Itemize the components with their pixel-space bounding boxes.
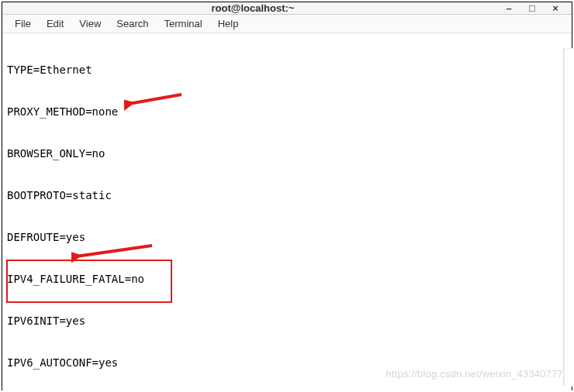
- menu-help[interactable]: Help: [210, 15, 247, 33]
- config-line: BROWSER_ONLY=no: [7, 146, 567, 160]
- config-line: PROXY_METHOD=none: [7, 105, 567, 119]
- close-button[interactable]: ×: [550, 3, 561, 14]
- highlight-box-annotation: [6, 260, 172, 303]
- config-line: IPV6INIT=yes: [7, 314, 567, 328]
- scrollbar-vertical[interactable]: [563, 48, 574, 386]
- menu-view[interactable]: View: [71, 15, 109, 33]
- minimize-button[interactable]: –: [503, 3, 514, 14]
- titlebar: root@localhost:~ – □ ×: [2, 2, 572, 15]
- menu-terminal[interactable]: Terminal: [157, 15, 210, 33]
- config-line: BOOTPROTO=static: [7, 188, 567, 202]
- terminal-viewport[interactable]: TYPE=Ethernet PROXY_METHOD=none BROWSER_…: [2, 33, 572, 392]
- menu-file[interactable]: File: [7, 15, 39, 33]
- config-line: TYPE=Ethernet: [7, 63, 567, 77]
- window-controls: – □ ×: [503, 3, 572, 14]
- scrollbar-thumb[interactable]: [565, 49, 574, 387]
- window-title: root@localhost:~: [2, 2, 503, 14]
- menu-search[interactable]: Search: [109, 15, 156, 33]
- config-line: DEFROUTE=yes: [7, 230, 567, 244]
- menu-edit[interactable]: Edit: [39, 15, 71, 33]
- terminal-window: root@localhost:~ – □ × File Edit View Se…: [2, 2, 572, 390]
- watermark-text: https://blog.csdn.net/weixin_43340777: [386, 368, 563, 380]
- menubar: File Edit View Search Terminal Help: [2, 15, 572, 33]
- maximize-button[interactable]: □: [527, 3, 538, 14]
